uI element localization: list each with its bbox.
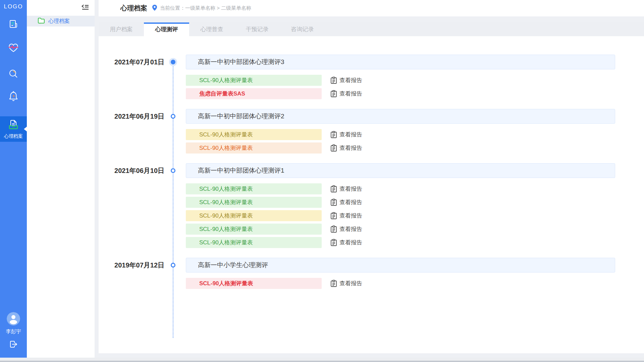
assessment-title: 高新一中小学生心理测评 — [186, 258, 615, 273]
scale-pill-green: SCL-90人格测评量表 — [186, 183, 322, 194]
timeline-date: 2021年07月01日 — [99, 58, 164, 67]
active-item-notch — [24, 127, 27, 131]
tab-user-archive[interactable]: 用户档案 — [99, 22, 144, 36]
report-icon — [330, 199, 337, 206]
bell-icon[interactable] — [0, 91, 27, 101]
scale-pill-red: SCL-90人格测评量表 — [186, 278, 322, 289]
report-icon — [330, 239, 337, 246]
report-icon — [330, 185, 337, 193]
heart-pulse-icon[interactable] — [0, 43, 27, 53]
app-logo: LOGO — [0, 3, 27, 10]
scale-pill-green: SCL-90人格测评量表 — [186, 237, 322, 248]
breadcrumb: 当前位置：一级菜单名称 > 二级菜单名称 — [160, 5, 251, 11]
timeline-group: 2021年06月19日高新一中初中部团体心理测评2SCL-90人格测评量表查看报… — [99, 109, 644, 154]
report-icon — [330, 212, 337, 220]
view-report-label: 查看报告 — [339, 280, 362, 287]
timeline-group: 2019年07月12日高新一中小学生心理测评SCL-90人格测评量表查看报告 — [99, 258, 644, 289]
view-report-link[interactable]: 查看报告 — [330, 131, 362, 138]
report-icon — [330, 280, 337, 287]
view-report-link[interactable]: 查看报告 — [330, 280, 362, 287]
assessment-title: 高新一中初中部团体心理测评1 — [186, 163, 615, 178]
sidebar-item-psych-archive[interactable]: 心理档案 — [0, 116, 27, 142]
view-report-link[interactable]: 查看报告 — [330, 198, 362, 206]
view-report-link[interactable]: 查看报告 — [330, 212, 362, 220]
scale-pill-red: 焦虑自评量表SAS — [186, 88, 322, 99]
user-name: 李彭宇 — [0, 328, 27, 335]
timeline-group: 2021年07月01日高新一中初中部团体心理测评3SCL-90人格测评量表查看报… — [99, 55, 644, 99]
menu-fold-icon[interactable] — [81, 4, 89, 12]
page-title: 心理档案 — [120, 4, 147, 13]
assessment-title: 高新一中初中部团体心理测评2 — [186, 109, 615, 124]
timeline: 2021年07月01日高新一中初中部团体心理测评3SCL-90人格测评量表查看报… — [99, 36, 644, 289]
location-pin-icon — [152, 4, 157, 12]
report-icon — [330, 90, 337, 98]
view-report-label: 查看报告 — [339, 198, 362, 206]
icon-sidebar: LOGO 心理档案 李彭宇 — [0, 0, 27, 358]
timeline-date: 2021年06月10日 — [99, 166, 164, 175]
tab-bar: 用户档案心理测评心理普查干预记录咨询记录 — [99, 22, 644, 36]
assessment-title: 高新一中初中部团体心理测评3 — [186, 55, 615, 69]
report-icon — [330, 131, 337, 138]
menu-item-label: 心理档案 — [48, 18, 70, 25]
scale-pill-yellow: SCL-90人格测评量表 — [186, 129, 322, 140]
view-report-label: 查看报告 — [339, 76, 362, 84]
report-icon — [330, 77, 337, 84]
horizontal-scrollbar[interactable] — [0, 358, 644, 362]
view-report-link[interactable]: 查看报告 — [330, 144, 362, 152]
logout-icon[interactable] — [0, 340, 27, 348]
scale-pill-green: SCL-90人格测评量表 — [186, 224, 322, 235]
timeline-dot-filled — [171, 60, 175, 64]
user-avatar-icon[interactable] — [7, 312, 20, 325]
view-report-label: 查看报告 — [339, 90, 362, 98]
view-report-label: 查看报告 — [339, 225, 362, 233]
view-report-label: 查看报告 — [339, 144, 362, 152]
tab-psych-survey[interactable]: 心理普查 — [189, 22, 234, 36]
view-report-link[interactable]: 查看报告 — [330, 185, 362, 193]
scale-pill-yellow: SCL-90人格测评量表 — [186, 210, 322, 221]
sidebar-item-label: 心理档案 — [4, 133, 23, 139]
report-icon — [330, 144, 337, 152]
view-report-link[interactable]: 查看报告 — [330, 239, 362, 246]
menu-item-psych-archive[interactable]: 心理档案 — [27, 16, 95, 26]
scale-pill-green: SCL-90人格测评量表 — [186, 197, 322, 208]
view-report-label: 查看报告 — [339, 212, 362, 220]
view-report-label: 查看报告 — [339, 131, 362, 138]
tab-psych-assessment[interactable]: 心理测评 — [144, 22, 189, 36]
folder-icon — [38, 17, 45, 25]
tab-counseling-record[interactable]: 咨询记录 — [280, 22, 325, 36]
content-panel: 2021年07月01日高新一中初中部团体心理测评3SCL-90人格测评量表查看报… — [99, 36, 644, 353]
timeline-date: 2019年07月12日 — [99, 261, 164, 270]
search-icon[interactable] — [0, 69, 27, 79]
view-report-label: 查看报告 — [339, 239, 362, 246]
scale-pill-orange: SCL-90人格测评量表 — [186, 142, 322, 154]
view-report-link[interactable]: 查看报告 — [330, 225, 362, 233]
view-report-link[interactable]: 查看报告 — [330, 90, 362, 98]
timeline-dot-hollow — [171, 263, 175, 267]
report-icon — [330, 226, 337, 233]
news-icon[interactable] — [0, 19, 27, 29]
page-header: 心理档案 当前位置：一级菜单名称 > 二级菜单名称 — [99, 0, 644, 16]
tab-intervention-record[interactable]: 干预记录 — [234, 22, 280, 36]
scale-pill-green: SCL-90人格测评量表 — [186, 75, 322, 86]
main-area: 心理档案 当前位置：一级菜单名称 > 二级菜单名称 用户档案心理测评心理普查干预… — [99, 0, 644, 358]
archive-tray-icon — [8, 119, 19, 132]
sidebar-nav — [0, 19, 27, 101]
timeline-dot-hollow — [171, 168, 175, 173]
view-report-label: 查看报告 — [339, 185, 362, 193]
timeline-group: 2021年06月10日高新一中初中部团体心理测评1SCL-90人格测评量表查看报… — [99, 163, 644, 248]
submenu-panel: 心理档案 — [27, 0, 95, 358]
view-report-link[interactable]: 查看报告 — [330, 76, 362, 84]
timeline-dot-hollow — [171, 114, 175, 119]
timeline-date: 2021年06月19日 — [99, 112, 164, 121]
